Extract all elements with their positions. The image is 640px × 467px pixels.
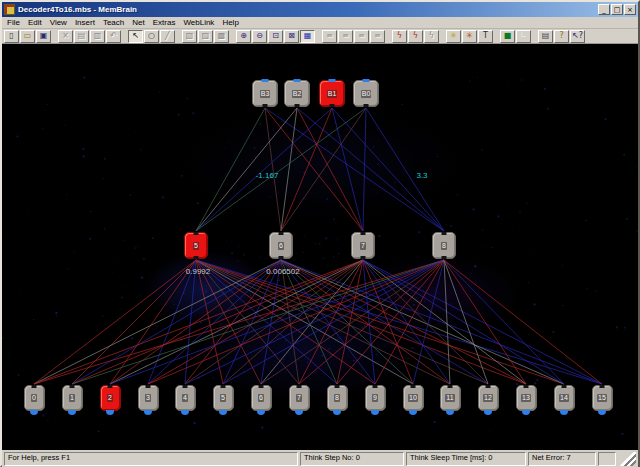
resize-grip[interactable] [618, 452, 636, 466]
menu-file[interactable]: File [3, 18, 24, 27]
zoom-out-button[interactable]: ⊖ [252, 30, 267, 43]
input-activation-marker [329, 79, 336, 82]
hidden-layer-neuron-5[interactable]: 5 [184, 232, 208, 259]
input-layer-neuron-B0[interactable]: B0 [353, 80, 379, 107]
stop-teaching-button[interactable]: ϟ [424, 30, 439, 43]
lesson-editor-button[interactable]: ϟ [392, 30, 407, 43]
neuron-label: 6 [278, 242, 284, 250]
add-neuron-tool-button[interactable]: ○ [144, 30, 159, 43]
menu-help[interactable]: Help [218, 18, 242, 27]
link-stub [524, 385, 529, 388]
undo-button[interactable]: ↶ [106, 30, 121, 43]
link-stub [562, 385, 567, 388]
output-layer-neuron-2[interactable]: 2 [100, 385, 121, 411]
output-layer-neuron-6[interactable]: 6 [251, 385, 272, 411]
output-layer-neuron-7[interactable]: 7 [289, 385, 310, 411]
maximize-button[interactable]: □ [611, 4, 623, 15]
input-activation-marker [363, 79, 370, 82]
menu-teach[interactable]: Teach [99, 18, 128, 27]
close-button[interactable]: × [624, 4, 636, 15]
neuron-label: B2 [292, 90, 303, 98]
copy-button[interactable]: ▤ [74, 30, 89, 43]
input-layer-neuron-B1[interactable]: B1 [319, 80, 345, 107]
neuron-label: 12 [483, 394, 493, 402]
select-tool-button[interactable]: ↖ [128, 30, 143, 43]
link-stub [32, 385, 37, 388]
open-file-button[interactable]: ▭ [20, 30, 35, 43]
print-button[interactable]: ▤ [538, 30, 553, 43]
zoom-selection-button[interactable]: ⊠ [284, 30, 299, 43]
link-stub [442, 232, 447, 235]
menu-view[interactable]: View [46, 18, 71, 27]
minimize-button[interactable]: _ [598, 4, 610, 15]
status-help-text: For Help, press F1 [4, 452, 298, 466]
stop-thinking-button[interactable]: ∟ [516, 30, 531, 43]
window-controls: _ □ × [598, 4, 636, 15]
app-icon [4, 4, 15, 15]
output-layer-neuron-3[interactable]: 3 [138, 385, 159, 411]
neuron-label: 8 [441, 242, 447, 250]
teacher-manager-button[interactable]: ϟ [408, 30, 423, 43]
input-layer-neuron-B3[interactable]: B3 [252, 80, 278, 107]
net-info-button[interactable]: ≡ [322, 30, 337, 43]
output-layer-neuron-5[interactable]: 5 [213, 385, 234, 411]
status-sleep-time: Think Sleep Time [ms]: 0 [406, 452, 526, 466]
output-layer-neuron-8[interactable]: 8 [327, 385, 348, 411]
paste-button[interactable]: ▥ [90, 30, 105, 43]
link-stub [279, 256, 284, 259]
toolbar-group: ⊕⊖⊡⊠▦ [236, 30, 316, 43]
menu-weblink[interactable]: WebLink [179, 18, 218, 27]
menu-edit[interactable]: Edit [24, 18, 46, 27]
link-stub [486, 385, 491, 388]
new-file-button[interactable]: ▯ [4, 30, 19, 43]
about-button[interactable]: ? [554, 30, 569, 43]
output-layer-neuron-9[interactable]: 9 [365, 385, 386, 411]
reset-activations-button[interactable]: ✳ [462, 30, 477, 43]
add-link-tool-button[interactable]: ╱ [160, 30, 175, 43]
output-layer-neuron-15[interactable]: 15 [592, 385, 613, 411]
output-layer-neuron-11[interactable]: 11 [440, 385, 461, 411]
send-to-back-button[interactable]: ▨ [198, 30, 213, 43]
title-bar[interactable]: Decoder4To16.mbs - MemBrain _ □ × [2, 2, 638, 17]
output-layer-neuron-12[interactable]: 12 [478, 385, 499, 411]
menu-extras[interactable]: Extras [149, 18, 180, 27]
network-canvas[interactable]: B3B2B1B056780123456789101112131415-1.167… [2, 44, 638, 450]
cut-button[interactable]: × [58, 30, 73, 43]
hidden-layer-neuron-7[interactable]: 7 [351, 232, 375, 259]
group-selection-button[interactable]: ▩ [214, 30, 229, 43]
menu-insert[interactable]: Insert [71, 18, 99, 27]
save-file-button[interactable]: ▣ [36, 30, 51, 43]
link-stub [221, 385, 226, 388]
link-stub [263, 104, 268, 107]
neuron-info-button[interactable]: ≡ [370, 30, 385, 43]
link-stub [146, 385, 151, 388]
app-window: Decoder4To16.mbs - MemBrain _ □ × FileEd… [0, 0, 640, 467]
neuron-label: 3 [145, 394, 151, 402]
output-layer-neuron-13[interactable]: 13 [516, 385, 537, 411]
output-layer-neuron-0[interactable]: 0 [24, 385, 45, 411]
context-help-button[interactable]: ↖? [570, 30, 585, 43]
toggle-names-button[interactable]: T [478, 30, 493, 43]
start-thinking-button[interactable]: ■ [500, 30, 515, 43]
link-stub [295, 104, 300, 107]
link-stub [442, 256, 447, 259]
neuron-label: 5 [193, 242, 199, 250]
toolbar-group: ▤?↖? [538, 30, 586, 43]
status-net-error: Net Error: 7 [528, 452, 596, 466]
hidden-layer-neuron-8[interactable]: 8 [432, 232, 456, 259]
input-layer-neuron-B2[interactable]: B2 [284, 80, 310, 107]
output-layer-neuron-10[interactable]: 10 [403, 385, 424, 411]
link-stub [600, 385, 605, 388]
hidden-layer-neuron-6[interactable]: 6 [269, 232, 293, 259]
layer-info-button[interactable]: ≡ [338, 30, 353, 43]
output-layer-neuron-1[interactable]: 1 [62, 385, 83, 411]
think-step-button[interactable]: ✳ [446, 30, 461, 43]
menu-net[interactable]: Net [128, 18, 148, 27]
zoom-fit-button[interactable]: ⊡ [268, 30, 283, 43]
zoom-in-button[interactable]: ⊕ [236, 30, 251, 43]
link-info-button[interactable]: ≡ [354, 30, 369, 43]
output-layer-neuron-14[interactable]: 14 [554, 385, 575, 411]
pattern-view-button[interactable]: ▦ [300, 30, 315, 43]
bring-to-front-button[interactable]: ▧ [182, 30, 197, 43]
output-layer-neuron-4[interactable]: 4 [175, 385, 196, 411]
